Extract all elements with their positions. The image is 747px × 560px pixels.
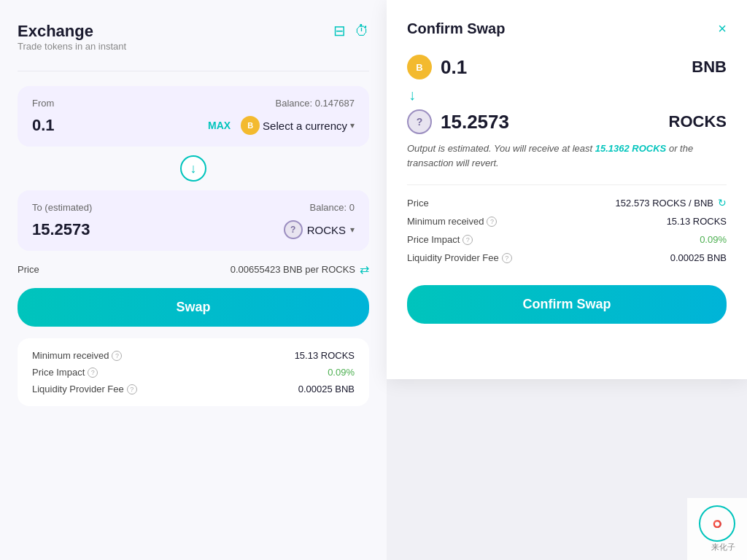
bnb-icon: B [241,116,260,135]
modal-liquidity-fee-row: Liquidity Provider Fee ? 0.00025 BNB [407,252,727,263]
to-label-row: To (estimated) Balance: 0 [32,202,355,213]
modal-notice-highlight: 15.1362 ROCKS [595,143,667,154]
modal-divider [407,184,727,185]
close-icon[interactable]: × [718,20,727,37]
from-token-box: From Balance: 0.147687 0.1 MAX B Select … [18,86,369,147]
from-token-row: 0.1 MAX B Select a currency ▾ [32,116,355,135]
to-amount: 15.2573 [32,220,90,239]
price-row: Price 0.00655423 BNB per ROCKS ⇄ [18,262,369,276]
to-currency-selector[interactable]: ? ROCKS ▾ [284,220,355,239]
liquidity-fee-help-icon[interactable]: ? [127,384,137,394]
liquidity-fee-value: 0.00025 BNB [298,384,355,394]
modal-direction-arrow: ↓ [407,87,727,104]
modal-liquidity-fee-help-icon[interactable]: ? [502,253,512,263]
min-received-help-icon[interactable]: ? [112,351,122,361]
price-impact-row: Price Impact ? 0.09% [32,367,355,378]
modal-min-received-row: Minimum received ? 15.13 ROCKS [407,216,727,227]
to-currency-label: ROCKS [307,224,346,236]
exchange-title: Exchange [18,22,126,41]
watermark: ⭕ 来化子 [687,498,747,560]
modal-price-impact-value: 0.09% [700,234,727,245]
to-token-box: To (estimated) Balance: 0 15.2573 ? ROCK… [18,190,369,251]
swap-button[interactable]: Swap [18,288,369,327]
header-icons: ⊟ ⏱ [333,22,369,39]
modal-min-received-label: Minimum received ? [407,216,497,227]
price-impact-label: Price Impact ? [32,367,98,378]
modal-price-row: Price 152.573 ROCKS / BNB ↻ [407,197,727,209]
modal-to-currency: ROCKS [669,112,727,131]
max-button[interactable]: MAX [208,120,231,131]
to-label: To (estimated) [32,202,92,213]
rocks-icon: ? [284,220,303,239]
from-currency-chevron: ▾ [350,120,355,131]
from-label: From [32,98,54,109]
swap-direction-wrapper: ↓ [18,155,369,182]
history-icon[interactable]: ⏱ [355,23,369,39]
exchange-subtitle: Trade tokens in an instant [18,41,126,52]
modal-price-label: Price [407,198,429,209]
to-currency-chevron: ▾ [350,225,355,235]
min-received-label: Minimum received ? [32,350,122,361]
to-balance: Balance: 0 [310,202,355,213]
price-impact-help-icon[interactable]: ? [88,368,98,378]
modal-min-received-value: 15.13 ROCKS [667,216,727,227]
modal-price-impact-label: Price Impact ? [407,234,473,245]
modal-min-received-help-icon[interactable]: ? [487,217,497,227]
from-currency-selector[interactable]: MAX B Select a currency ▾ [201,116,355,135]
modal-bnb-icon: B [407,55,432,79]
modal-from-left: B 0.1 [407,55,467,79]
modal-rocks-icon: ? [407,109,432,134]
modal-price-impact-help-icon[interactable]: ? [462,235,473,245]
from-currency-label: Select a currency [263,120,347,132]
watermark-text: 来化子 [711,542,735,553]
price-label: Price [18,264,39,275]
modal-liquidity-fee-label: Liquidity Provider Fee ? [407,252,512,263]
watermark-logo: ⭕ [699,505,735,542]
price-swap-icon[interactable]: ⇄ [360,262,369,276]
header-divider [18,71,369,71]
modal-notice-text: Output is estimated. You will receive at… [407,143,595,154]
exchange-panel: Exchange Trade tokens in an instant ⊟ ⏱ … [0,0,387,560]
modal-price-value: 152.573 ROCKS / BNB [616,198,713,209]
modal-price-value-group: 152.573 ROCKS / BNB ↻ [616,197,727,209]
exchange-header: Exchange Trade tokens in an instant ⊟ ⏱ [18,22,369,66]
from-label-row: From Balance: 0.147687 [32,98,355,109]
confirm-swap-modal: Confirm Swap × B 0.1 BNB ↓ ? 15.2573 ROC… [387,0,747,379]
confirm-swap-button[interactable]: Confirm Swap [407,285,727,324]
modal-to-left: ? 15.2573 [407,109,509,134]
modal-to-amount: 15.2573 [441,111,509,133]
from-amount: 0.1 [32,116,55,135]
modal-notice: Output is estimated. You will receive at… [407,141,727,170]
from-balance: Balance: 0.147687 [276,98,355,109]
liquidity-fee-row: Liquidity Provider Fee ? 0.00025 BNB [32,384,355,394]
modal-from-row: B 0.1 BNB [407,55,727,79]
price-value: 0.00655423 BNB per ROCKS [231,264,355,275]
price-impact-value: 0.09% [328,367,355,378]
liquidity-fee-label: Liquidity Provider Fee ? [32,384,137,394]
refresh-icon[interactable]: ↻ [718,197,727,209]
modal-liquidity-fee-value: 0.00025 BNB [670,252,727,263]
modal-panel: Confirm Swap × B 0.1 BNB ↓ ? 15.2573 ROC… [387,0,747,560]
settings-icon[interactable]: ⊟ [333,22,346,39]
modal-to-row: ? 15.2573 ROCKS [407,109,727,134]
info-box: Minimum received ? 15.13 ROCKS Price Imp… [18,338,369,406]
min-received-value: 15.13 ROCKS [295,350,355,361]
modal-header: Confirm Swap × [407,20,727,37]
exchange-title-block: Exchange Trade tokens in an instant [18,22,126,66]
modal-title: Confirm Swap [407,20,505,37]
swap-direction-button[interactable]: ↓ [180,155,206,182]
modal-from-amount: 0.1 [441,56,467,79]
price-value-row: 0.00655423 BNB per ROCKS ⇄ [231,262,369,276]
to-token-row: 15.2573 ? ROCKS ▾ [32,220,355,239]
modal-price-impact-row: Price Impact ? 0.09% [407,234,727,245]
modal-from-currency: BNB [692,58,727,77]
min-received-row: Minimum received ? 15.13 ROCKS [32,350,355,361]
